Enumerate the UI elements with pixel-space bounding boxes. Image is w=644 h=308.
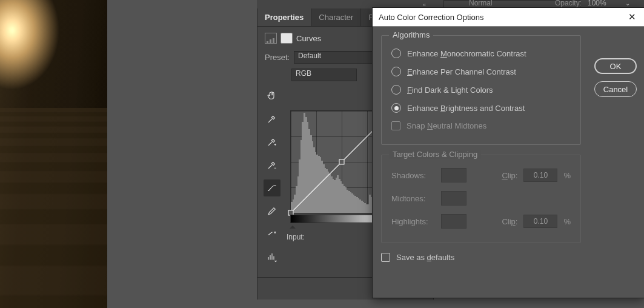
checkbox-save-defaults[interactable]: Save as defaults [381,253,636,262]
checkbox-icon [381,253,390,262]
highlights-clip-input [523,215,557,228]
chevron-down-icon[interactable]: ⌄ [625,0,630,7]
radio-monochromatic[interactable]: Enhance Monochromatic Contrast [391,44,571,62]
cancel-button[interactable]: Cancel [594,81,637,97]
mask-icon[interactable] [281,33,293,44]
percent-label: % [563,171,571,180]
radio-icon [391,67,401,76]
curve-point-mid[interactable] [339,159,345,165]
eyedropper-plus-icon[interactable] [264,133,281,150]
radio-icon [391,103,401,113]
tab-character[interactable]: Character [311,8,361,26]
shadows-label: Shadows: [391,171,435,180]
eyedropper-minus-icon[interactable] [264,156,281,173]
percent-label: % [563,217,571,226]
smooth-icon[interactable] [264,226,281,243]
shadows-swatch [441,168,466,182]
curve-tool-icon[interactable] [264,179,281,196]
checkbox-label: Snap Neutral Midtones [407,121,486,130]
radio-brightness-contrast[interactable]: Enhance Brightness and Contrast [391,99,571,117]
eyedropper-icon[interactable] [264,110,281,127]
targets-fieldset: Target Colors & Clipping Shadows: Clip: … [381,155,581,243]
ok-button[interactable]: OK [594,58,637,74]
radio-label: Enhance Brightness and Contrast [407,104,525,113]
checkbox-icon [391,121,400,130]
radio-label: Enhance Per Channel Contrast [407,67,516,76]
opacity-value[interactable]: 100% [588,0,606,7]
clip-label: Clip: [502,217,517,226]
opacity-label: Opacity: [555,0,582,7]
hand-icon[interactable] [264,87,281,104]
tab-properties[interactable]: Properties [257,8,311,26]
algorithms-legend: Algorithms [389,30,433,39]
radio-dark-light[interactable]: Find Dark & Light Colors [391,81,571,99]
pencil-tool-icon[interactable] [264,203,281,219]
curves-tool-column [264,87,281,266]
blend-mode-value: Normal [469,0,493,7]
clip-label: Clip: [502,171,517,180]
radio-label: Find Dark & Light Colors [407,85,493,95]
close-icon[interactable]: ✕ [626,12,638,22]
dialog-titlebar[interactable]: Auto Color Correction Options ✕ [373,8,644,27]
radio-icon [391,49,401,58]
input-label: Input: [287,233,305,241]
algorithms-fieldset: Algorithms Enhance Monochromatic Contras… [381,35,581,145]
auto-color-correction-dialog: Auto Color Correction Options ✕ OK Cance… [372,7,644,298]
dialog-title: Auto Color Correction Options [379,13,483,22]
checkbox-label: Save as defaults [396,253,454,262]
radio-label: Enhance Monochromatic Contrast [407,49,526,58]
histogram-clip-icon[interactable] [264,249,281,266]
midtones-label: Midtones: [391,194,435,203]
black-point-slider[interactable] [290,223,296,229]
radio-icon [391,85,401,95]
highlights-swatch [441,214,466,229]
document-canvas[interactable] [0,0,107,308]
adjustment-icon[interactable] [265,33,277,44]
adjustment-type-label: Curves [296,34,321,43]
checkbox-snap-midtones: Snap Neutral Midtones [391,117,571,135]
targets-legend: Target Colors & Clipping [389,150,481,159]
radio-per-channel[interactable]: Enhance Per Channel Contrast [391,62,571,81]
shadows-clip-input [523,169,557,182]
highlights-label: Highlights: [391,217,435,226]
midtones-swatch [441,191,466,206]
preset-label: Preset: [265,53,294,62]
channel-dropdown[interactable]: RGB [291,69,357,81]
